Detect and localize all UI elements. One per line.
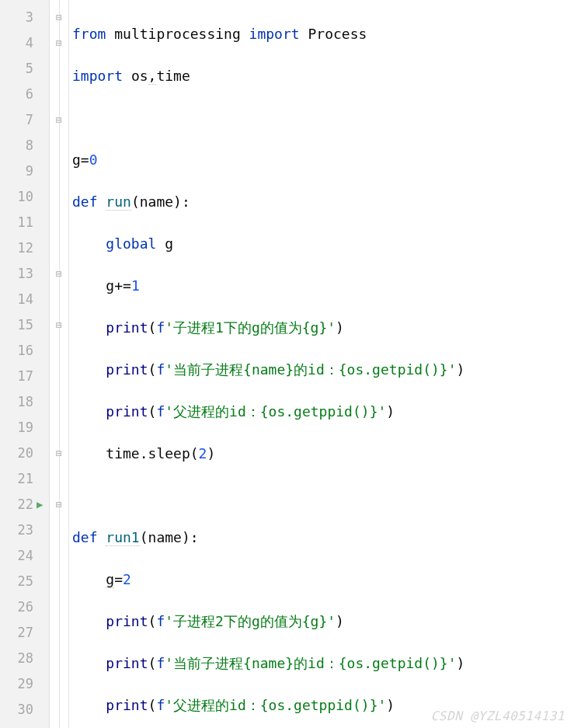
line-number: 30 xyxy=(0,697,33,723)
line-number: 4 xyxy=(0,30,33,56)
line-number: 5 xyxy=(0,56,33,82)
fold-end-marker[interactable]: ⊟ xyxy=(50,261,68,287)
line-number: 7 xyxy=(0,107,33,133)
code-line[interactable]: g+=1 xyxy=(72,273,574,298)
fold-marker[interactable]: ⊟ xyxy=(50,5,68,30)
fold-marker[interactable]: ⊟ xyxy=(50,492,68,517)
line-number: 23 xyxy=(0,517,33,543)
code-area[interactable]: from multiprocessing import Process impo… xyxy=(69,0,574,728)
line-number: 16 xyxy=(0,338,33,364)
line-number: 8 xyxy=(0,133,33,158)
line-number: 27 xyxy=(0,620,33,646)
line-number: 14 xyxy=(0,287,33,312)
line-number: 13 xyxy=(0,261,33,287)
line-number: 25 xyxy=(0,569,33,594)
code-editor: 3 4 5 6 7 8 9 10 11 12 13 14 15 16 17 18… xyxy=(0,0,574,728)
fold-marker[interactable]: ⊟ xyxy=(50,312,68,338)
code-line[interactable]: def run(name): xyxy=(72,189,574,214)
code-line[interactable] xyxy=(72,105,574,131)
code-line[interactable]: print(f'子进程1下的g的值为{g}') xyxy=(72,315,574,340)
line-number: 15 xyxy=(0,312,33,338)
line-number: 26 xyxy=(0,594,33,620)
fold-column: ⊟ ⊟ ⊟ ⊟ ⊟ ⊟ ⊟ xyxy=(50,0,69,728)
line-number: 28 xyxy=(0,646,33,671)
line-number: 17 xyxy=(0,364,33,389)
code-line[interactable]: time.sleep(2) xyxy=(72,441,574,466)
line-number: 18 xyxy=(0,389,33,415)
code-line[interactable] xyxy=(72,482,574,508)
code-line[interactable]: print(f'当前子进程{name}的id：{os.getpid()}') xyxy=(72,357,574,382)
code-line[interactable]: g=0 xyxy=(72,147,574,172)
line-number: 6 xyxy=(0,82,33,107)
line-number-gutter: 3 4 5 6 7 8 9 10 11 12 13 14 15 16 17 18… xyxy=(0,0,50,728)
line-number: 3 xyxy=(0,5,33,30)
code-line[interactable]: print(f'父进程的id：{os.getppid()}') xyxy=(72,399,574,424)
code-line[interactable]: global g xyxy=(72,231,574,256)
code-line[interactable]: from multiprocessing import Process xyxy=(72,21,574,47)
line-number: 22 ▶ xyxy=(0,492,33,517)
line-number: 24 xyxy=(0,543,33,569)
line-number: 9 xyxy=(0,158,33,184)
run-gutter-icon[interactable]: ▶ xyxy=(37,492,43,517)
code-line[interactable]: def run1(name): xyxy=(72,524,574,550)
fold-end-marker[interactable]: ⊟ xyxy=(50,441,68,466)
line-number: 29 xyxy=(0,671,33,697)
code-line[interactable]: print(f'当前子进程{name}的id：{os.getpid()}') xyxy=(72,650,574,676)
fold-marker[interactable]: ⊟ xyxy=(50,30,68,56)
line-number: 21 xyxy=(0,466,33,492)
line-number: 19 xyxy=(0,415,33,441)
line-number: 11 xyxy=(0,210,33,235)
line-number: 12 xyxy=(0,235,33,261)
line-number: 20 xyxy=(0,441,33,466)
line-number: 10 xyxy=(0,184,33,210)
code-line[interactable]: print(f'子进程2下的g的值为{g}') xyxy=(72,608,574,634)
fold-marker[interactable]: ⊟ xyxy=(50,107,68,133)
code-line[interactable]: print(f'父进程的id：{os.getppid()}') xyxy=(72,692,574,718)
code-line[interactable]: g=2 xyxy=(72,566,574,592)
code-line[interactable]: import os,time xyxy=(72,63,574,89)
